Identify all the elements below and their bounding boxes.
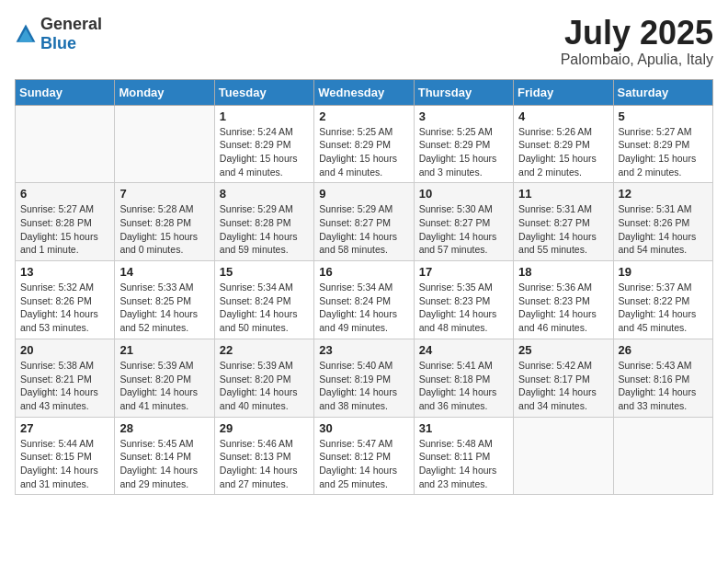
- day-number: 21: [119, 343, 209, 357]
- day-number: 31: [419, 421, 508, 435]
- day-info: Sunrise: 5:24 AM Sunset: 8:29 PM Dayligh…: [220, 125, 309, 179]
- day-number: 8: [220, 187, 309, 201]
- day-number: 4: [518, 109, 608, 123]
- weekday-header-row: SundayMondayTuesdayWednesdayThursdayFrid…: [16, 79, 713, 105]
- calendar-cell: 2Sunrise: 5:25 AM Sunset: 8:29 PM Daylig…: [314, 105, 414, 183]
- day-number: 24: [419, 343, 508, 357]
- weekday-header: Tuesday: [214, 79, 313, 105]
- calendar-week-row: 27Sunrise: 5:44 AM Sunset: 8:15 PM Dayli…: [16, 417, 713, 495]
- day-number: 16: [319, 265, 408, 279]
- day-number: 12: [619, 187, 708, 201]
- calendar-week-row: 6Sunrise: 5:27 AM Sunset: 8:28 PM Daylig…: [16, 183, 713, 261]
- day-info: Sunrise: 5:39 AM Sunset: 8:20 PM Dayligh…: [119, 359, 209, 413]
- day-number: 7: [119, 187, 209, 201]
- day-number: 20: [20, 343, 109, 357]
- calendar-cell: 10Sunrise: 5:30 AM Sunset: 8:27 PM Dayli…: [414, 183, 513, 261]
- day-info: Sunrise: 5:31 AM Sunset: 8:27 PM Dayligh…: [518, 202, 608, 257]
- day-number: 23: [319, 343, 408, 357]
- day-info: Sunrise: 5:39 AM Sunset: 8:20 PM Dayligh…: [220, 359, 309, 413]
- calendar-cell: 17Sunrise: 5:35 AM Sunset: 8:23 PM Dayli…: [414, 261, 513, 339]
- calendar-cell: [16, 105, 115, 183]
- day-info: Sunrise: 5:32 AM Sunset: 8:26 PM Dayligh…: [20, 281, 109, 335]
- day-number: 26: [619, 343, 708, 357]
- day-number: 27: [20, 421, 109, 435]
- calendar-cell: 18Sunrise: 5:36 AM Sunset: 8:23 PM Dayli…: [514, 261, 613, 339]
- day-number: 18: [518, 265, 608, 279]
- calendar-cell: 14Sunrise: 5:33 AM Sunset: 8:25 PM Dayli…: [115, 261, 214, 339]
- day-number: 2: [319, 109, 408, 123]
- weekday-header: Wednesday: [314, 79, 414, 105]
- day-info: Sunrise: 5:31 AM Sunset: 8:26 PM Dayligh…: [619, 202, 708, 257]
- calendar-cell: 25Sunrise: 5:42 AM Sunset: 8:17 PM Dayli…: [514, 339, 613, 417]
- calendar-cell: 23Sunrise: 5:40 AM Sunset: 8:19 PM Dayli…: [314, 339, 414, 417]
- calendar-cell: 24Sunrise: 5:41 AM Sunset: 8:18 PM Dayli…: [414, 339, 513, 417]
- day-number: 25: [518, 343, 608, 357]
- calendar-week-row: 1Sunrise: 5:24 AM Sunset: 8:29 PM Daylig…: [16, 105, 713, 183]
- calendar-cell: 3Sunrise: 5:25 AM Sunset: 8:29 PM Daylig…: [414, 105, 513, 183]
- day-info: Sunrise: 5:45 AM Sunset: 8:14 PM Dayligh…: [119, 437, 209, 491]
- calendar-cell: 6Sunrise: 5:27 AM Sunset: 8:28 PM Daylig…: [16, 183, 115, 261]
- day-info: Sunrise: 5:25 AM Sunset: 8:29 PM Dayligh…: [319, 125, 408, 179]
- day-number: 19: [619, 265, 708, 279]
- day-info: Sunrise: 5:47 AM Sunset: 8:12 PM Dayligh…: [319, 437, 408, 491]
- day-number: 13: [20, 265, 109, 279]
- calendar-cell: 19Sunrise: 5:37 AM Sunset: 8:22 PM Dayli…: [613, 261, 712, 339]
- day-info: Sunrise: 5:34 AM Sunset: 8:24 PM Dayligh…: [220, 281, 309, 335]
- calendar: SundayMondayTuesdayWednesdayThursdayFrid…: [15, 79, 713, 496]
- calendar-cell: 27Sunrise: 5:44 AM Sunset: 8:15 PM Dayli…: [16, 417, 115, 495]
- day-info: Sunrise: 5:25 AM Sunset: 8:29 PM Dayligh…: [419, 125, 508, 179]
- calendar-cell: 16Sunrise: 5:34 AM Sunset: 8:24 PM Dayli…: [314, 261, 414, 339]
- day-number: 28: [119, 421, 209, 435]
- weekday-header: Saturday: [613, 79, 712, 105]
- calendar-cell: 21Sunrise: 5:39 AM Sunset: 8:20 PM Dayli…: [115, 339, 214, 417]
- logo-general: General: [40, 15, 102, 33]
- logo-blue: Blue: [40, 34, 76, 52]
- calendar-cell: 12Sunrise: 5:31 AM Sunset: 8:26 PM Dayli…: [613, 183, 712, 261]
- day-info: Sunrise: 5:43 AM Sunset: 8:16 PM Dayligh…: [619, 359, 708, 413]
- day-number: 6: [20, 187, 109, 201]
- day-number: 17: [419, 265, 508, 279]
- day-info: Sunrise: 5:29 AM Sunset: 8:28 PM Dayligh…: [220, 202, 309, 257]
- calendar-cell: 8Sunrise: 5:29 AM Sunset: 8:28 PM Daylig…: [214, 183, 313, 261]
- weekday-header: Thursday: [414, 79, 513, 105]
- day-info: Sunrise: 5:34 AM Sunset: 8:24 PM Dayligh…: [319, 281, 408, 335]
- day-info: Sunrise: 5:30 AM Sunset: 8:27 PM Dayligh…: [419, 202, 508, 257]
- calendar-cell: 29Sunrise: 5:46 AM Sunset: 8:13 PM Dayli…: [214, 417, 313, 495]
- logo: General Blue: [15, 15, 102, 53]
- calendar-cell: 20Sunrise: 5:38 AM Sunset: 8:21 PM Dayli…: [16, 339, 115, 417]
- calendar-week-row: 20Sunrise: 5:38 AM Sunset: 8:21 PM Dayli…: [16, 339, 713, 417]
- day-number: 5: [619, 109, 708, 123]
- day-info: Sunrise: 5:27 AM Sunset: 8:28 PM Dayligh…: [20, 202, 109, 257]
- day-info: Sunrise: 5:26 AM Sunset: 8:29 PM Dayligh…: [518, 125, 608, 179]
- day-info: Sunrise: 5:42 AM Sunset: 8:17 PM Dayligh…: [518, 359, 608, 413]
- calendar-cell: 26Sunrise: 5:43 AM Sunset: 8:16 PM Dayli…: [613, 339, 712, 417]
- day-info: Sunrise: 5:48 AM Sunset: 8:11 PM Dayligh…: [419, 437, 508, 491]
- calendar-cell: 11Sunrise: 5:31 AM Sunset: 8:27 PM Dayli…: [514, 183, 613, 261]
- day-number: 30: [319, 421, 408, 435]
- day-number: 3: [419, 109, 508, 123]
- location-title: Palombaio, Apulia, Italy: [561, 52, 713, 68]
- day-number: 9: [319, 187, 408, 201]
- day-info: Sunrise: 5:46 AM Sunset: 8:13 PM Dayligh…: [220, 437, 309, 491]
- day-number: 1: [220, 109, 309, 123]
- day-info: Sunrise: 5:40 AM Sunset: 8:19 PM Dayligh…: [319, 359, 408, 413]
- header: General Blue July 2025 Palombaio, Apulia…: [15, 15, 713, 68]
- day-number: 15: [220, 265, 309, 279]
- calendar-cell: [514, 417, 613, 495]
- calendar-cell: 5Sunrise: 5:27 AM Sunset: 8:29 PM Daylig…: [613, 105, 712, 183]
- calendar-cell: 4Sunrise: 5:26 AM Sunset: 8:29 PM Daylig…: [514, 105, 613, 183]
- day-info: Sunrise: 5:41 AM Sunset: 8:18 PM Dayligh…: [419, 359, 508, 413]
- day-number: 14: [119, 265, 209, 279]
- calendar-week-row: 13Sunrise: 5:32 AM Sunset: 8:26 PM Dayli…: [16, 261, 713, 339]
- day-info: Sunrise: 5:35 AM Sunset: 8:23 PM Dayligh…: [419, 281, 508, 335]
- calendar-cell: [613, 417, 712, 495]
- calendar-cell: 1Sunrise: 5:24 AM Sunset: 8:29 PM Daylig…: [214, 105, 313, 183]
- month-title: July 2025: [561, 15, 713, 52]
- calendar-cell: 31Sunrise: 5:48 AM Sunset: 8:11 PM Dayli…: [414, 417, 513, 495]
- calendar-cell: 13Sunrise: 5:32 AM Sunset: 8:26 PM Dayli…: [16, 261, 115, 339]
- logo-icon: [15, 23, 37, 45]
- day-number: 29: [220, 421, 309, 435]
- calendar-cell: 7Sunrise: 5:28 AM Sunset: 8:28 PM Daylig…: [115, 183, 214, 261]
- day-number: 10: [419, 187, 508, 201]
- calendar-cell: 22Sunrise: 5:39 AM Sunset: 8:20 PM Dayli…: [214, 339, 313, 417]
